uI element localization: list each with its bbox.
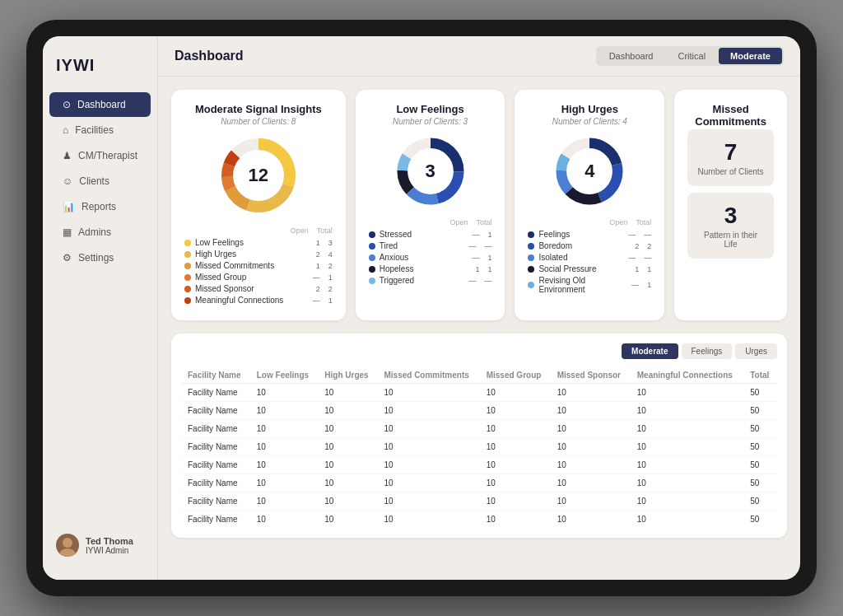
- table-cell: 10: [318, 492, 377, 511]
- legend-label: Stressed: [380, 230, 469, 239]
- table-header: High Urges: [318, 367, 377, 384]
- table-toolbar: ModerateFeelingsUrges: [181, 343, 777, 359]
- legend-dot: [184, 297, 191, 304]
- table-row: Facility Name10101010101050: [181, 384, 777, 402]
- table-cell: 10: [377, 474, 479, 492]
- table-cell: 10: [551, 456, 631, 474]
- table-cell: 10: [377, 492, 479, 511]
- legend-dot: [369, 243, 375, 250]
- legend-label: High Urges: [195, 250, 313, 259]
- legend-open: 2: [316, 285, 320, 293]
- missed-stat-value: 3: [697, 203, 764, 229]
- table-cell: 10: [480, 384, 551, 402]
- legend-open: —: [472, 231, 479, 239]
- content-area: Moderate Signal Insights Number of Clien…: [158, 77, 800, 580]
- sidebar-item-dashboard[interactable]: ⊙Dashboard: [49, 92, 151, 117]
- table-cell: 10: [250, 492, 319, 511]
- table-cell: 50: [743, 384, 777, 402]
- sidebar-item-clients[interactable]: ☺Clients: [49, 169, 151, 194]
- missed-stat-label: Number of Clients: [697, 167, 764, 176]
- table-header: Low Feelings: [250, 367, 319, 384]
- nav-icon: 📊: [63, 201, 75, 212]
- sidebar-item-cm-therapist[interactable]: ♟CM/Therapist: [49, 143, 151, 168]
- legend-open: 2: [635, 242, 639, 250]
- avatar: [56, 534, 79, 557]
- legend-label: Missed Commitments: [195, 261, 313, 270]
- cards-row: Moderate Signal Insights Number of Clien…: [171, 90, 787, 320]
- legend-dot: [528, 243, 534, 250]
- table-cell: 50: [743, 420, 777, 438]
- table-row: Facility Name10101010101050: [181, 511, 777, 529]
- low-feelings-title: Low Feelings: [369, 103, 492, 115]
- legend-open: —: [468, 277, 476, 285]
- header-tab-moderate[interactable]: Moderate: [719, 48, 782, 64]
- table-cell: 10: [480, 402, 551, 420]
- legend-row: Revising Old Environment — 1: [528, 276, 651, 294]
- table-cell: 10: [551, 492, 631, 511]
- low-feelings-subtitle: Number of Clients: 3: [369, 117, 492, 126]
- sidebar-item-facilities[interactable]: ⌂Facilities: [49, 118, 151, 142]
- legend-row: Social Pressure 1 1: [528, 264, 651, 273]
- legend-dot: [369, 278, 375, 284]
- legend-open: 1: [475, 265, 479, 273]
- screen: IYWI ⊙Dashboard⌂Facilities♟CM/Therapist☺…: [43, 36, 800, 580]
- table-header: Meaningful Connections: [631, 367, 743, 384]
- table-cell: Facility Name: [181, 402, 250, 420]
- nav-label: Settings: [78, 252, 114, 264]
- user-role: IYWI Admin: [86, 546, 133, 555]
- legend-open: —: [313, 273, 320, 282]
- table-row: Facility Name10101010101050: [181, 420, 777, 438]
- insights-center-value: 12: [249, 165, 268, 186]
- sidebar: IYWI ⊙Dashboard⌂Facilities♟CM/Therapist☺…: [43, 36, 158, 580]
- table-cell: 10: [551, 420, 631, 438]
- legend-open: —: [313, 296, 320, 305]
- table-cell: Facility Name: [181, 438, 250, 456]
- legend-dot: [184, 286, 191, 292]
- legend-total: 2: [328, 285, 333, 293]
- table-cell: 10: [250, 474, 319, 492]
- insights-col-headers: Open Total: [184, 226, 333, 235]
- legend-total: 3: [328, 239, 333, 247]
- legend-label: Tired: [380, 241, 466, 250]
- table-cell: Facility Name: [181, 511, 250, 529]
- urges-legend: Feelings — — Boredom 2 2 Isolated — —: [528, 230, 651, 294]
- device-frame: IYWI ⊙Dashboard⌂Facilities♟CM/Therapist☺…: [26, 20, 817, 596]
- col-total: Total: [317, 226, 333, 235]
- sidebar-item-settings[interactable]: ⚙Settings: [49, 245, 151, 270]
- legend-label: Anxious: [380, 253, 469, 262]
- missed-stats: 7 Number of Clients 3 Pattern in their L…: [687, 129, 774, 259]
- insights-card: Moderate Signal Insights Number of Clien…: [171, 90, 346, 320]
- urges-center-value: 4: [585, 161, 594, 182]
- table-cell: 10: [318, 474, 377, 492]
- table-tab-moderate[interactable]: Moderate: [622, 343, 678, 359]
- table-row: Facility Name10101010101050: [181, 402, 777, 420]
- table-cell: 10: [551, 438, 631, 456]
- table-cell: 10: [250, 384, 319, 402]
- nav-label: CM/Therapist: [78, 150, 137, 161]
- missed-stat-label: Pattern in their Life: [697, 231, 764, 249]
- legend-open: 1: [316, 262, 320, 270]
- table-row: Facility Name10101010101050: [181, 492, 777, 511]
- legend-row: Boredom 2 2: [528, 241, 651, 250]
- user-info: Ted Thoma IYWI Admin: [86, 536, 133, 555]
- table-tab-feelings[interactable]: Feelings: [682, 343, 733, 359]
- sidebar-item-reports[interactable]: 📊Reports: [49, 194, 151, 219]
- legend-label: Boredom: [538, 241, 631, 250]
- table-cell: 10: [377, 456, 479, 474]
- header-tab-dashboard[interactable]: Dashboard: [598, 48, 665, 64]
- legend-dot: [369, 266, 375, 273]
- legend-dot: [184, 240, 191, 246]
- user-profile: Ted Thoma IYWI Admin: [43, 524, 157, 567]
- header-tab-critical[interactable]: Critical: [666, 48, 717, 64]
- table-header: Total: [743, 367, 777, 384]
- nav-label: Dashboard: [77, 99, 126, 110]
- legend-label: Low Feelings: [195, 238, 313, 247]
- table-tab-urges[interactable]: Urges: [735, 343, 777, 359]
- sidebar-item-admins[interactable]: ▦Admins: [49, 220, 151, 245]
- table-cell: 50: [743, 492, 777, 511]
- high-urges-subtitle: Number of Clients: 4: [528, 117, 651, 126]
- table-cell: Facility Name: [181, 474, 250, 492]
- legend-row: High Urges 2 4: [184, 250, 333, 259]
- table-cell: 10: [377, 511, 479, 529]
- table-cell: 10: [551, 474, 631, 492]
